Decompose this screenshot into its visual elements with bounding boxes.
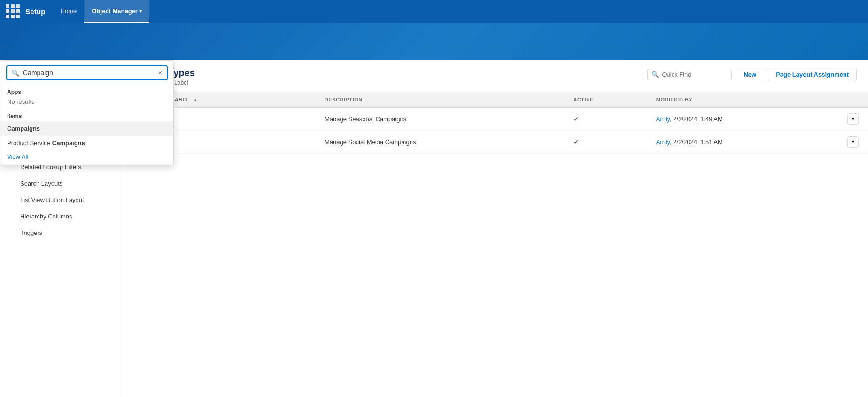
new-button[interactable]: New (736, 68, 764, 81)
col-active: ACTIVE (566, 92, 649, 108)
record-types-table: RECORD TYPE LABEL ▲ DESCRIPTION ACTIVE M… (122, 92, 868, 154)
sidebar-item-triggers[interactable]: Triggers (0, 225, 122, 241)
row-action-cell: ▾ (840, 108, 868, 131)
tab-object-manager[interactable]: Object Manager ▾ (84, 0, 149, 23)
dropdown-search-icon: 🔍 (12, 70, 19, 77)
content-header: Record Types by Record Type Label 🔍 New … (122, 60, 868, 92)
search-dropdown: 🔍 × Apps No results Items Campaigns Prod… (0, 60, 174, 165)
dropdown-clear-icon[interactable]: × (158, 69, 162, 77)
object-manager-tab-arrow: ▾ (140, 8, 142, 14)
content-area: Record Types by Record Type Label 🔍 New … (122, 60, 868, 397)
top-nav: Setup Home Object Manager ▾ (0, 0, 868, 23)
apps-no-results: No results (0, 97, 173, 109)
quick-find-input[interactable] (662, 71, 723, 78)
dropdown-item-campaigns[interactable]: Campaigns (0, 121, 173, 136)
quick-find-icon: 🔍 (651, 71, 659, 78)
apps-section-label: Apps (0, 85, 173, 97)
top-nav-tabs: Home Object Manager ▾ (53, 0, 149, 23)
col-description: DESCRIPTION (317, 92, 566, 108)
sidebar-item-hierarchy-columns[interactable]: Hierarchy Columns (0, 208, 122, 225)
content-header-actions: 🔍 New Page Layout Assignment (647, 68, 857, 81)
main-layout: 🔍 × Apps No results Items Campaigns Prod… (0, 60, 868, 397)
description-cell: Manage Seasonal Campaigns (317, 108, 566, 131)
sidebar-item-search-layouts[interactable]: Search Layouts (0, 175, 122, 192)
dropdown-view-all[interactable]: View All (0, 150, 173, 165)
modified-by-cell: Arrify, 2/2/2024, 1:49 AM (649, 108, 840, 131)
row-action-dropdown[interactable]: ▾ (847, 136, 859, 148)
blue-banner (0, 23, 868, 60)
app-launcher-icon[interactable] (6, 4, 20, 18)
items-section-label: Items (0, 109, 173, 121)
sidebar-item-list-view-button-layout[interactable]: List View Button Layout (0, 192, 122, 208)
modified-by-link[interactable]: Arrify (656, 116, 670, 123)
active-cell: ✓ (566, 108, 649, 131)
description-cell: Manage Social Media Campaigns (317, 131, 566, 154)
table-row: Seasonal Manage Seasonal Campaigns ✓ Arr… (122, 108, 868, 131)
col-actions-header (840, 92, 868, 108)
sort-arrow-icon: ▲ (193, 97, 198, 102)
modified-by-link[interactable]: Arrify (656, 139, 670, 146)
active-cell: ✓ (566, 131, 649, 154)
dropdown-search-input[interactable] (23, 69, 155, 77)
dropdown-item-product-service-campaigns[interactable]: Product Service Campaigns (0, 136, 173, 150)
page-layout-assignment-button[interactable]: Page Layout Assignment (768, 68, 857, 81)
table-row: Social Media Manage Social Media Campaig… (122, 131, 868, 154)
quick-find-box[interactable]: 🔍 (647, 69, 732, 80)
app-title: Setup (25, 8, 46, 16)
modified-by-cell: Arrify, 2/2/2024, 1:51 AM (649, 131, 840, 154)
modified-by-date: , 2/2/2024, 1:49 AM (670, 116, 723, 123)
dropdown-psc-prefix: Product Service (7, 140, 50, 147)
tab-home[interactable]: Home (53, 0, 85, 23)
dropdown-campaigns-label: Campaigns (7, 125, 40, 132)
dropdown-search-box[interactable]: 🔍 × (6, 65, 168, 80)
row-action-dropdown[interactable]: ▾ (847, 113, 859, 125)
col-modified-by: MODIFIED BY (649, 92, 840, 108)
dropdown-psc-bold: Campaigns (52, 140, 85, 147)
active-checkmark: ✓ (574, 138, 579, 146)
row-action-cell: ▾ (840, 131, 868, 154)
table-header-row: RECORD TYPE LABEL ▲ DESCRIPTION ACTIVE M… (122, 92, 868, 108)
modified-by-date: , 2/2/2024, 1:51 AM (670, 139, 723, 146)
active-checkmark: ✓ (574, 115, 579, 123)
